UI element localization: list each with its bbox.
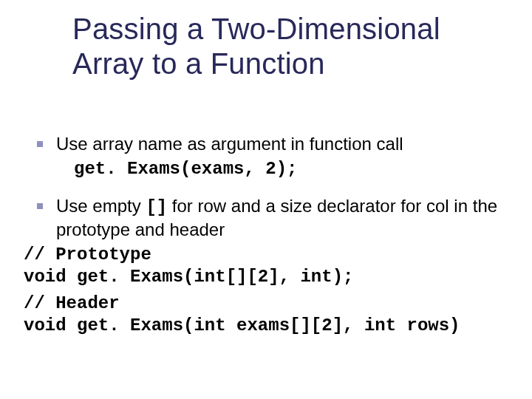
bullet-item: Use array name as argument in function c…: [24, 133, 517, 155]
code-line: void get. Exams(int[][2], int);: [24, 266, 517, 288]
bullet-pre: Use empty: [56, 196, 146, 216]
slide-title: Passing a Two-Dimensional Array to a Fun…: [72, 12, 510, 81]
bullet-marker: [24, 195, 56, 209]
bullet-text: Use empty [] for row and a size declarat…: [56, 195, 517, 241]
bullet-code: get. Exams(exams, 2);: [74, 158, 517, 180]
bullet-mono: []: [146, 197, 167, 217]
code-block: // Prototype void get. Exams(int[][2], i…: [24, 244, 517, 337]
square-bullet-icon: [37, 141, 43, 147]
slide: Passing a Two-Dimensional Array to a Fun…: [0, 0, 532, 399]
bullet-marker: [24, 133, 56, 147]
code-line: void get. Exams(int exams[][2], int rows…: [24, 315, 517, 337]
code-line: // Prototype: [24, 244, 517, 266]
slide-body: Use array name as argument in function c…: [24, 133, 517, 337]
square-bullet-icon: [37, 203, 43, 209]
bullet-text: Use array name as argument in function c…: [56, 133, 517, 155]
code-line: // Header: [24, 293, 517, 315]
bullet-item: Use empty [] for row and a size declarat…: [24, 195, 517, 241]
